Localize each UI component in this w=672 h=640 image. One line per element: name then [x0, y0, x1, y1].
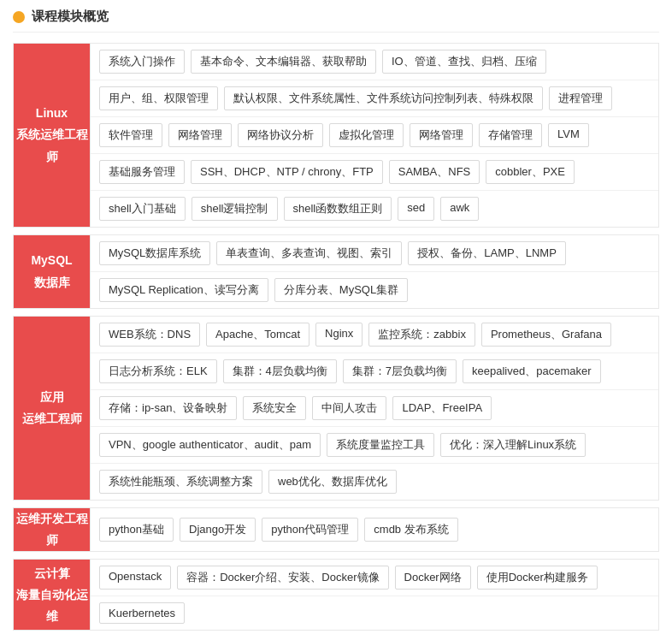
tag-item: Prometheus、Grafana: [481, 323, 611, 347]
tag-item: 基本命令、文本编辑器、获取帮助: [191, 50, 376, 74]
tag-row: 软件管理网络管理网络协议分析虚拟化管理网络管理存储管理LVM: [91, 117, 658, 154]
tag-item: 监控系统：zabbix: [368, 323, 475, 347]
tag-item: cmdb 发布系统: [364, 518, 457, 542]
tag-item: LDAP、FreeIPA: [392, 396, 492, 420]
tag-item: 用户、组、权限管理: [99, 86, 218, 110]
tag-item: 进程管理: [549, 86, 612, 110]
tag-item: Kuerbernetes: [99, 602, 185, 624]
tag-item: 使用Docker构建服务: [477, 566, 598, 590]
tags-area-devops: python基础Django开发python代码管理cmdb 发布系统: [91, 508, 659, 552]
tag-row: 系统入门操作基本命令、文本编辑器、获取帮助IO、管道、查找、归档、压缩: [91, 44, 658, 80]
tag-item: Apache、Tomcat: [206, 323, 309, 347]
tags-area-ops: WEB系统：DNSApache、TomcatNginx监控系统：zabbixPr…: [91, 317, 659, 501]
tag-item: 网络管理: [168, 123, 232, 147]
tag-row: MySQL数据库系统单表查询、多表查询、视图、索引授权、备份、LAMP、LNMP: [91, 235, 658, 272]
tags-area-linux: 系统入门操作基本命令、文本编辑器、获取帮助IO、管道、查找、归档、压缩用户、组、…: [91, 44, 659, 228]
tag-item: 基础服务管理: [99, 160, 185, 184]
tag-row: WEB系统：DNSApache、TomcatNginx监控系统：zabbixPr…: [91, 317, 658, 353]
tag-item: VPN、google authenticator、audit、pam: [99, 433, 321, 457]
category-label-devops: 运维开发工程师: [14, 508, 91, 552]
module-block-cloud: 云计算海量自动化运维Openstack容器：Docker介绍、安装、Docker…: [13, 559, 659, 631]
tag-item: cobbler、PXE: [486, 160, 575, 184]
section-title: 课程模块概览: [32, 9, 109, 25]
tag-item: 存储：ip-san、设备映射: [99, 396, 237, 420]
tag-item: 网络协议分析: [238, 123, 323, 147]
tag-item: 系统安全: [243, 396, 306, 420]
tag-item: sed: [398, 197, 434, 221]
tag-item: 集群：7层负载均衡: [343, 359, 457, 383]
tag-row: 用户、组、权限管理默认权限、文件系统属性、文件系统访问控制列表、特殊权限进程管理: [91, 80, 658, 117]
tag-item: 系统度量监控工具: [327, 433, 434, 457]
tag-row: VPN、google authenticator、audit、pam系统度量监控…: [91, 427, 658, 464]
tag-row: Openstack容器：Docker介绍、安装、Docker镜像Docker网络…: [91, 560, 658, 596]
tag-item: 容器：Docker介绍、安装、Docker镜像: [177, 566, 388, 590]
tag-item: python基础: [99, 518, 174, 542]
tag-item: WEB系统：DNS: [99, 323, 200, 347]
tags-area-mysql: MySQL数据库系统单表查询、多表查询、视图、索引授权、备份、LAMP、LNMP…: [91, 235, 659, 309]
tag-item: Django开发: [180, 518, 256, 542]
category-label-cloud: 云计算海量自动化运维: [14, 560, 91, 631]
tag-row: MySQL Replication、读写分离分库分表、MySQL集群: [91, 272, 658, 308]
tag-item: 集群：4层负载均衡: [223, 359, 337, 383]
tag-item: 网络管理: [410, 123, 473, 147]
section-dot: [13, 11, 25, 23]
module-block-mysql: MySQL数据库MySQL数据库系统单表查询、多表查询、视图、索引授权、备份、L…: [13, 234, 659, 309]
tag-item: SAMBA、NFS: [389, 160, 480, 184]
module-block-ops: 应用运维工程师WEB系统：DNSApache、TomcatNginx监控系统：z…: [13, 316, 659, 501]
tag-item: MySQL数据库系统: [99, 241, 210, 265]
tag-row: 基础服务管理SSH、DHCP、NTP / chrony、FTPSAMBA、NFS…: [91, 154, 658, 191]
tag-item: keepalived、pacemaker: [463, 359, 600, 383]
section-header: 课程模块概览: [13, 9, 659, 33]
tag-item: web优化、数据库优化: [268, 470, 397, 494]
tag-item: shell逻辑控制: [192, 197, 278, 221]
tag-row: shell入门基础shell逻辑控制shell函数数组正则sedawk: [91, 191, 658, 227]
tag-item: shell入门基础: [99, 197, 186, 221]
tag-item: IO、管道、查找、归档、压缩: [382, 50, 546, 74]
tag-row: Kuerbernetes: [91, 596, 658, 630]
tag-item: Openstack: [99, 566, 171, 590]
tag-item: SSH、DHCP、NTP / chrony、FTP: [191, 160, 383, 184]
category-label-ops: 应用运维工程师: [14, 317, 91, 501]
tag-item: Nginx: [315, 323, 363, 347]
tag-item: LVM: [548, 123, 589, 147]
tag-item: awk: [440, 197, 479, 221]
tag-row: python基础Django开发python代码管理cmdb 发布系统: [91, 512, 658, 548]
tag-item: 虚拟化管理: [329, 123, 404, 147]
tag-item: 系统入门操作: [99, 50, 185, 74]
tag-item: 授权、备份、LAMP、LNMP: [408, 241, 566, 265]
module-block-devops: 运维开发工程师python基础Django开发python代码管理cmdb 发布…: [13, 507, 659, 552]
tag-item: 优化：深入理解Linux系统: [440, 433, 586, 457]
tag-item: 中间人攻击: [312, 396, 386, 420]
tag-item: 单表查询、多表查询、视图、索引: [216, 241, 402, 265]
tag-item: 分库分表、MySQL集群: [274, 278, 408, 302]
tag-item: 软件管理: [99, 123, 162, 147]
tags-area-cloud: Openstack容器：Docker介绍、安装、Docker镜像Docker网络…: [91, 560, 659, 631]
tag-item: Docker网络: [395, 566, 471, 590]
tag-item: 日志分析系统：ELK: [99, 359, 217, 383]
tag-row: 系统性能瓶颈、系统调整方案web优化、数据库优化: [91, 464, 658, 500]
course-modules: Linux系统运维工程师系统入门操作基本命令、文本编辑器、获取帮助IO、管道、查…: [13, 43, 659, 631]
tag-item: shell函数数组正则: [284, 197, 392, 221]
tag-item: 存储管理: [479, 123, 542, 147]
tag-row: 存储：ip-san、设备映射系统安全中间人攻击LDAP、FreeIPA: [91, 390, 658, 427]
tag-item: 系统性能瓶颈、系统调整方案: [99, 470, 262, 494]
tag-item: 默认权限、文件系统属性、文件系统访问控制列表、特殊权限: [224, 86, 543, 110]
tag-item: python代码管理: [262, 518, 358, 542]
tag-row: 日志分析系统：ELK集群：4层负载均衡集群：7层负载均衡keepalived、p…: [91, 353, 658, 390]
module-block-linux: Linux系统运维工程师系统入门操作基本命令、文本编辑器、获取帮助IO、管道、查…: [13, 43, 659, 228]
category-label-mysql: MySQL数据库: [14, 235, 91, 309]
tag-item: MySQL Replication、读写分离: [99, 278, 268, 302]
category-label-linux: Linux系统运维工程师: [14, 44, 91, 228]
